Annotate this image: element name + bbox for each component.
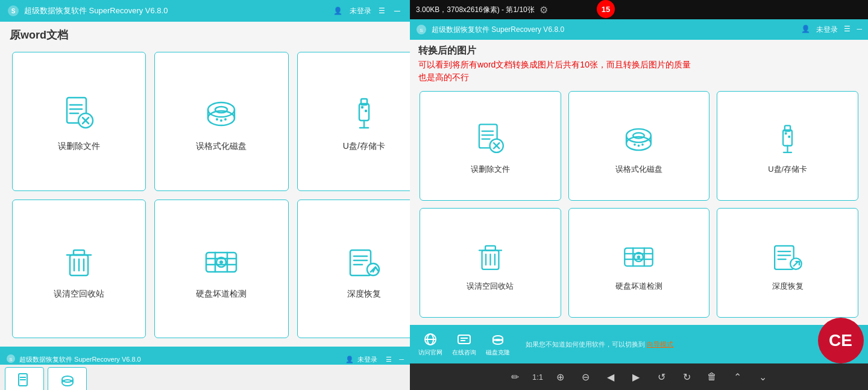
viewer-card-label-usb: U盘/存储卡	[768, 164, 807, 175]
svg-text:S: S	[420, 28, 423, 33]
delete-file-icon	[58, 93, 100, 135]
viewer-card-bad-sector[interactable]: 硬盘坏道检测	[568, 208, 710, 318]
svg-text:S: S	[11, 8, 16, 14]
svg-rect-81	[785, 132, 787, 134]
viewer-minimize-button[interactable]: ─	[857, 25, 862, 35]
viewer-user-icon: 👤	[801, 25, 810, 35]
viewer-title-actions: 👤 未登录 ☰ ─	[801, 25, 862, 35]
prev-button[interactable]: ◀	[602, 368, 619, 385]
left-icon-grid: 误删除文件 误格式化磁盘	[0, 46, 443, 347]
scroll-up-button[interactable]: ⌃	[729, 368, 746, 385]
minimize-button[interactable]: ─	[392, 6, 402, 16]
viewer-card-deep-recover[interactable]: 深度恢复	[717, 208, 858, 318]
viewer-footer-tip-link[interactable]: 向导模式	[647, 341, 673, 348]
card-label-delete-file: 误删除文件	[58, 141, 100, 152]
small-card-1	[5, 367, 44, 390]
scroll-down-button[interactable]: ⌄	[754, 368, 771, 385]
viewer-inner-title: 超级数据恢复软件 SuperRecovery V6.8.0	[432, 25, 564, 35]
svg-rect-85	[485, 245, 495, 250]
svg-point-16	[224, 118, 227, 121]
delete-toolbar-button[interactable]: 🗑	[703, 368, 720, 385]
card-recycle-bin[interactable]: 误清空回收站	[12, 200, 146, 339]
viewer-visit-button[interactable]: 访问官网	[418, 332, 442, 357]
rotate-right-button[interactable]: ↻	[678, 368, 695, 385]
card-label-deep-recover: 深度恢复	[347, 289, 381, 300]
svg-point-74	[634, 143, 637, 146]
small-menu-icon[interactable]: ☰	[386, 356, 392, 363]
zoom-out-button[interactable]: ⊖	[577, 368, 594, 385]
recycle-bin-icon	[58, 241, 100, 283]
notification-badge[interactable]: 15	[597, 0, 615, 18]
svg-rect-17	[359, 104, 369, 121]
viewer-card-delete-file[interactable]: 误删除文件	[420, 91, 561, 201]
svg-point-76	[642, 143, 644, 146]
viewer-recycle-bin-icon	[471, 237, 510, 276]
svg-rect-77	[783, 130, 792, 145]
viewer-topbar: 3.00KB，3708x2616像素) - 第1/10张 ⚙	[410, 0, 868, 19]
svg-text:S: S	[9, 357, 12, 362]
viewer-card-recycle-bin[interactable]: 误清空回收站	[420, 208, 561, 318]
card-label-usb: U盘/存储卡	[343, 141, 385, 152]
viewer-footer-tip: 如果您不知道如何使用软件，可以切换到 向导模式	[526, 340, 860, 349]
svg-rect-82	[788, 136, 791, 138]
viewer-menu-icon[interactable]: ☰	[844, 25, 851, 35]
svg-rect-21	[361, 106, 363, 109]
small-user-icon: 👤	[345, 356, 354, 363]
next-button[interactable]: ▶	[627, 368, 644, 385]
viewer-diskclone-label: 磁盘克隆	[486, 348, 510, 357]
left-window-title: 超级数据恢复软件 SuperRecovery V6.8.0	[24, 5, 333, 16]
viewer-inner-window: S 超级数据恢复软件 SuperRecovery V6.8.0 👤 未登录 ☰ …	[410, 19, 868, 363]
small-minimize-button[interactable]: ─	[399, 356, 404, 363]
viewer-icon-grid: 误删除文件 误格式化磁盘	[410, 86, 868, 325]
svg-rect-25	[74, 250, 84, 255]
settings-icon[interactable]: ⚙	[539, 4, 548, 16]
small-user-label: 未登录	[357, 355, 377, 364]
zoom-in-button[interactable]: ⊕	[552, 368, 568, 385]
ratio-button[interactable]: 1:1	[532, 373, 543, 382]
viewer-format-disk-icon	[619, 120, 658, 159]
user-icon: 👤	[333, 7, 342, 15]
viewer-inner-titlebar: S 超级数据恢复软件 SuperRecovery V6.8.0 👤 未登录 ☰ …	[410, 19, 868, 40]
viewer-card-label-delete: 误删除文件	[471, 164, 510, 175]
viewer-card-label-format: 误格式化磁盘	[615, 164, 662, 175]
viewer-bad-sector-icon	[619, 237, 658, 276]
logo-icon: S	[7, 5, 19, 17]
edit-button[interactable]: ✏	[507, 368, 524, 385]
viewer-card-usb[interactable]: U盘/存储卡	[717, 91, 858, 201]
svg-rect-104	[458, 335, 470, 344]
viewer-delete-file-icon	[471, 120, 510, 159]
viewer-usb-icon	[768, 120, 807, 159]
user-label: 未登录	[350, 6, 371, 16]
notif-count: 15	[602, 5, 610, 14]
rotate-left-button[interactable]: ↺	[653, 368, 670, 385]
small-window-titlebar: S 超级数据恢复软件 SuperRecovery V6.8.0 👤 未登录 ☰ …	[0, 354, 410, 365]
viewer-diskclone-button[interactable]: 磁盘克隆	[486, 332, 510, 357]
left-window-content: 原word文档 误删除文件	[0, 22, 443, 390]
small-card-2	[48, 367, 87, 390]
deep-recover-icon	[343, 241, 385, 283]
viewer-deep-recover-icon	[768, 237, 807, 276]
card-format-disk[interactable]: 误格式化磁盘	[154, 52, 288, 191]
viewer-annotation: 转换后的图片 可以看到将所有word文档转换成图片后共有10张，而且转换后图片的…	[410, 40, 868, 86]
svg-point-75	[638, 144, 640, 146]
small-window-title: 超级数据恢复软件 SuperRecovery V6.8.0	[19, 355, 141, 364]
viewer-annotation-title: 转换后的图片	[418, 45, 860, 57]
small-window-content	[0, 365, 410, 390]
card-bad-sector[interactable]: 硬盘坏道检测	[154, 200, 288, 339]
card-delete-file[interactable]: 误删除文件	[12, 52, 146, 191]
svg-point-9	[208, 102, 234, 117]
ce-label: CE	[818, 318, 864, 363]
right-viewer: 3.00KB，3708x2616像素) - 第1/10张 ⚙ S 超级数据恢复软…	[410, 0, 868, 390]
small-logo-icon: S	[6, 354, 16, 365]
svg-point-69	[627, 128, 652, 142]
svg-point-95	[637, 255, 641, 259]
viewer-card-label-recycle: 误清空回收站	[467, 281, 514, 292]
viewer-toolbar: ✏ 1:1 ⊕ ⊖ ◀ ▶ ↺ ↻ 🗑 ⌃ ⌄	[410, 363, 868, 390]
menu-icon[interactable]: ☰	[379, 7, 385, 15]
card-label-format-disk: 误格式化磁盘	[196, 141, 247, 152]
viewer-visit-label: 访问官网	[418, 348, 442, 357]
svg-point-35	[219, 260, 223, 264]
viewer-consult-button[interactable]: 在线咨询	[452, 332, 476, 357]
card-label-bad-sector: 硬盘坏道检测	[196, 289, 247, 300]
viewer-card-format-disk[interactable]: 误格式化磁盘	[568, 91, 710, 201]
